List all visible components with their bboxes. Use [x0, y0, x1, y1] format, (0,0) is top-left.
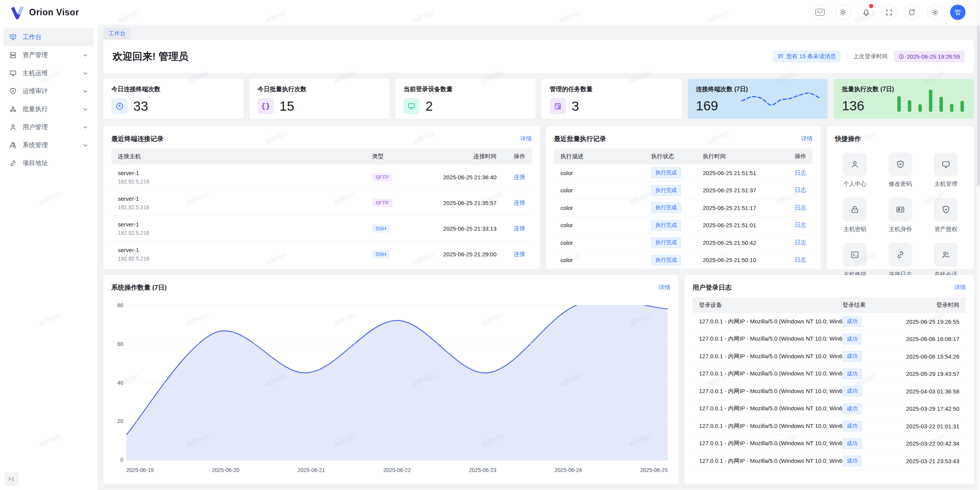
table-row: 127.0.0.1 - 内网IP - Mozilla/5.0 (Windows …: [693, 383, 966, 400]
login-result-badge: 成功: [843, 421, 862, 431]
table-row: 127.0.0.1 - 内网IP - Mozilla/5.0 (Windows …: [693, 331, 966, 348]
connection-type-badge: SFTP: [372, 199, 392, 207]
quick-action-host-terminal[interactable]: 主机终端: [832, 243, 878, 278]
log-link[interactable]: 日志: [795, 204, 806, 211]
sidebar-item-batch[interactable]: 批量执行: [3, 100, 94, 118]
chart-detail-link[interactable]: 详情: [659, 284, 670, 291]
link-icon: [9, 159, 17, 167]
login-result-badge: 成功: [843, 316, 862, 327]
sidebar-item-project-link[interactable]: 项目地址: [3, 154, 94, 172]
sidebar-item-label: 主机运维: [23, 69, 48, 77]
id-card-icon: [896, 205, 905, 214]
quick-action-connection-logs[interactable]: 连接日志: [878, 243, 923, 278]
login-result-badge: 成功: [843, 386, 862, 397]
code-view-button[interactable]: </: [812, 5, 828, 20]
stat-label: 管理的任务数量: [550, 85, 674, 93]
x-tick-label: 2025-06-21: [297, 467, 325, 473]
quick-action-online-sessions[interactable]: 在线会话: [923, 243, 969, 278]
log-link[interactable]: 日志: [795, 221, 806, 228]
bell-icon: [862, 8, 870, 16]
breadcrumb[interactable]: 工作台: [103, 28, 131, 39]
log-link[interactable]: 日志: [795, 256, 806, 263]
x-tick-label: 2025-06-24: [555, 467, 582, 473]
log-link[interactable]: 日志: [795, 169, 806, 176]
login-time: 2025-06-25 19:26:55: [883, 318, 959, 325]
system-operations-chart-panel: 系统操作数量 (7日) 详情 806040200 2025-06-192025-…: [103, 275, 678, 484]
login-time: 2025-03-21 23:53:43: [883, 458, 959, 464]
terminal-detail-link[interactable]: 详情: [520, 135, 532, 143]
connect-link[interactable]: 连接: [514, 199, 525, 206]
column-header: 操作: [785, 153, 806, 160]
quick-action-change-password[interactable]: 修改密码: [878, 152, 923, 188]
panel-title: 用户登录日志: [693, 283, 732, 292]
column-header: 类型: [372, 153, 410, 160]
wrench-icon: [9, 141, 17, 149]
link-icon: [896, 250, 905, 259]
page-scrollbar[interactable]: [976, 0, 980, 490]
sidebar-item-users[interactable]: 用户管理: [3, 118, 94, 136]
sidebar-item-assets[interactable]: 资产管理: [3, 46, 94, 64]
unread-messages-text: 您有 15 条未读消息: [786, 53, 836, 60]
divider: [847, 52, 847, 61]
stat-value: 33: [133, 98, 148, 114]
column-header: 连接时间: [410, 153, 497, 160]
quick-action-host-identity[interactable]: 主机身份: [878, 198, 923, 233]
execution-description: color: [560, 257, 651, 263]
unread-messages-badge[interactable]: 您有 15 条未读消息: [773, 51, 841, 62]
login-table-body: 127.0.0.1 - 内网IP - Mozilla/5.0 (Windows …: [684, 313, 974, 470]
connect-link[interactable]: 连接: [514, 225, 525, 231]
execution-description: color: [560, 205, 651, 211]
stat-card-batch-today: 今日批量执行次数 {} 15: [250, 79, 390, 119]
header-actions: </: [812, 5, 965, 20]
chevron-down-icon: [83, 70, 88, 76]
sidebar-collapse-button[interactable]: [5, 472, 18, 485]
execution-time: 2025-06-25 21:50:10: [703, 257, 785, 263]
lock-icon: [850, 205, 859, 214]
connect-link[interactable]: 连接: [514, 251, 525, 257]
login-detail-link[interactable]: 详情: [954, 284, 966, 291]
host-ip: 182.92.5.218: [118, 256, 372, 262]
batch-7d-bars: [894, 83, 967, 113]
sidebar-nav: 工作台 资产管理 主机运维 运维审计 批量执行: [0, 25, 97, 490]
notifications-button[interactable]: [858, 5, 874, 20]
quick-action-host-management[interactable]: 主机管理: [923, 152, 969, 188]
quick-action-label: 主机管理: [934, 180, 957, 188]
sidebar-item-workbench[interactable]: 工作台: [3, 28, 94, 46]
quick-action-asset-authorization[interactable]: 资产授权: [923, 198, 969, 233]
y-tick-label: 20: [109, 418, 123, 424]
host-ip: 182.92.5.218: [118, 179, 372, 185]
settings-button[interactable]: [927, 5, 942, 20]
refresh-icon: [908, 8, 916, 16]
batch-executions-panel: 最近批量执行记录 详情 执行描述 执行状态 执行时间 操作 color 执行完成…: [546, 126, 821, 269]
user-avatar[interactable]: 管: [950, 5, 965, 20]
login-time: 2025-03-22 00:42:34: [883, 440, 959, 447]
login-result-badge: 成功: [843, 351, 862, 362]
refresh-button[interactable]: [904, 5, 920, 20]
stat-value: 136: [842, 98, 864, 113]
sidebar-item-system[interactable]: 系统管理: [3, 136, 94, 154]
clock-icon: [898, 54, 904, 59]
quick-action-label: 资产授权: [934, 226, 957, 233]
log-link[interactable]: 日志: [795, 187, 806, 193]
y-tick-label: 0: [109, 457, 123, 463]
x-tick-label: 2025-06-22: [383, 467, 411, 473]
sidebar-item-host-ops[interactable]: 主机运维: [3, 64, 94, 82]
stat-card-terminal-7d: 连接终端次数 (7日) 169: [688, 79, 828, 119]
quick-action-host-keys[interactable]: 主机密钥: [832, 198, 878, 233]
quick-action-profile[interactable]: 个人中心: [832, 152, 878, 188]
sidebar-item-audit[interactable]: 运维审计: [3, 82, 94, 100]
log-link[interactable]: 日志: [795, 239, 806, 246]
connection-type-badge: SSH: [372, 225, 390, 233]
execution-status-badge: 执行完成: [651, 185, 681, 196]
connection-type-badge: SSH: [372, 250, 390, 258]
login-device: 127.0.0.1 - 内网IP - Mozilla/5.0 (Windows …: [699, 335, 843, 343]
execution-status-badge: 执行完成: [651, 237, 681, 248]
fullscreen-button[interactable]: [881, 5, 897, 20]
login-device: 127.0.0.1 - 内网IP - Mozilla/5.0 (Windows …: [699, 405, 843, 412]
theme-toggle-button[interactable]: [835, 5, 851, 20]
connect-link[interactable]: 连接: [514, 174, 525, 180]
last-login-label: 上次登录时间: [853, 53, 888, 60]
scrollbar-thumb[interactable]: [977, 25, 980, 186]
batch-detail-link[interactable]: 详情: [801, 135, 813, 143]
stat-value: 169: [696, 98, 718, 113]
